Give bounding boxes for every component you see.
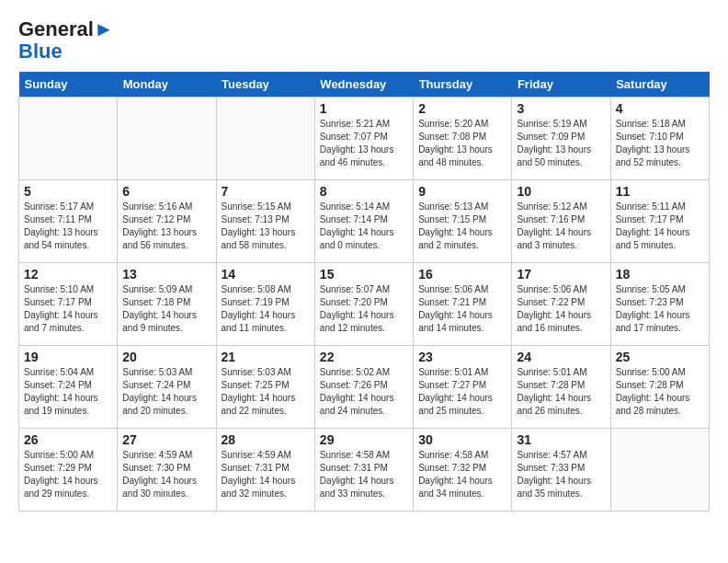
weekday-header: Thursday: [414, 72, 512, 98]
calendar-cell: 29Sunrise: 4:58 AM Sunset: 7:31 PM Dayli…: [314, 429, 413, 511]
day-number: 18: [616, 267, 704, 282]
day-info: Sunrise: 5:11 AM Sunset: 7:17 PM Dayligh…: [616, 201, 704, 252]
weekday-header: Monday: [118, 72, 216, 98]
day-info: Sunrise: 4:57 AM Sunset: 7:33 PM Dayligh…: [517, 449, 605, 500]
calendar-cell: 9Sunrise: 5:13 AM Sunset: 7:15 PM Daylig…: [414, 180, 512, 263]
day-info: Sunrise: 5:01 AM Sunset: 7:28 PM Dayligh…: [517, 366, 605, 418]
day-info: Sunrise: 5:18 AM Sunset: 7:10 PM Dayligh…: [616, 118, 704, 169]
calendar-cell: 12Sunrise: 5:10 AM Sunset: 7:17 PM Dayli…: [19, 263, 118, 346]
calendar-cell: 28Sunrise: 4:59 AM Sunset: 7:31 PM Dayli…: [216, 429, 314, 511]
day-number: 10: [517, 184, 605, 199]
calendar-cell: 30Sunrise: 4:58 AM Sunset: 7:32 PM Dayli…: [414, 429, 512, 511]
day-number: 25: [616, 350, 704, 364]
calendar-week-row: 5Sunrise: 5:17 AM Sunset: 7:11 PM Daylig…: [19, 180, 710, 263]
day-number: 9: [418, 184, 506, 199]
day-info: Sunrise: 5:10 AM Sunset: 7:17 PM Dayligh…: [24, 283, 112, 335]
calendar-cell: [118, 98, 216, 180]
day-number: 15: [320, 267, 408, 282]
day-number: 3: [517, 101, 605, 116]
calendar-cell: 17Sunrise: 5:06 AM Sunset: 7:22 PM Dayli…: [512, 263, 610, 346]
day-info: Sunrise: 4:59 AM Sunset: 7:31 PM Dayligh…: [222, 449, 310, 500]
logo-text: General►: [18, 18, 114, 40]
day-info: Sunrise: 5:12 AM Sunset: 7:16 PM Dayligh…: [517, 201, 605, 252]
calendar-cell: 4Sunrise: 5:18 AM Sunset: 7:10 PM Daylig…: [610, 98, 709, 180]
calendar-cell: 13Sunrise: 5:09 AM Sunset: 7:18 PM Dayli…: [118, 263, 216, 346]
calendar-cell: 21Sunrise: 5:03 AM Sunset: 7:25 PM Dayli…: [216, 346, 314, 429]
day-number: 12: [24, 267, 112, 282]
calendar-cell: 16Sunrise: 5:06 AM Sunset: 7:21 PM Dayli…: [414, 263, 512, 346]
day-info: Sunrise: 4:58 AM Sunset: 7:32 PM Dayligh…: [418, 449, 506, 500]
day-number: 29: [320, 432, 408, 447]
day-number: 4: [616, 101, 704, 116]
weekday-header: Friday: [512, 72, 610, 98]
calendar-cell: 31Sunrise: 4:57 AM Sunset: 7:33 PM Dayli…: [512, 429, 610, 511]
day-number: 20: [122, 350, 210, 364]
calendar-week-row: 1Sunrise: 5:21 AM Sunset: 7:07 PM Daylig…: [19, 98, 710, 180]
day-info: Sunrise: 5:17 AM Sunset: 7:11 PM Dayligh…: [24, 201, 112, 252]
day-info: Sunrise: 5:03 AM Sunset: 7:25 PM Dayligh…: [222, 366, 310, 418]
calendar-cell: 11Sunrise: 5:11 AM Sunset: 7:17 PM Dayli…: [610, 180, 709, 263]
day-info: Sunrise: 5:20 AM Sunset: 7:08 PM Dayligh…: [418, 118, 506, 169]
calendar-body: 1Sunrise: 5:21 AM Sunset: 7:07 PM Daylig…: [19, 98, 710, 511]
day-number: 30: [418, 432, 506, 447]
day-info: Sunrise: 5:06 AM Sunset: 7:22 PM Dayligh…: [517, 283, 605, 335]
calendar-cell: 26Sunrise: 5:00 AM Sunset: 7:29 PM Dayli…: [19, 429, 118, 511]
calendar-cell: 7Sunrise: 5:15 AM Sunset: 7:13 PM Daylig…: [216, 180, 314, 263]
calendar-cell: 3Sunrise: 5:19 AM Sunset: 7:09 PM Daylig…: [512, 98, 610, 180]
day-number: 19: [24, 350, 112, 364]
day-number: 24: [517, 350, 605, 364]
day-number: 22: [320, 350, 408, 364]
day-info: Sunrise: 5:05 AM Sunset: 7:23 PM Dayligh…: [616, 283, 704, 335]
calendar-cell: 23Sunrise: 5:01 AM Sunset: 7:27 PM Dayli…: [414, 346, 512, 429]
calendar-cell: 1Sunrise: 5:21 AM Sunset: 7:07 PM Daylig…: [314, 98, 413, 180]
logo: General► Blue: [18, 18, 114, 63]
day-number: 2: [418, 101, 506, 116]
weekday-header: Sunday: [19, 72, 118, 98]
day-info: Sunrise: 5:13 AM Sunset: 7:15 PM Dayligh…: [418, 201, 506, 252]
day-number: 5: [24, 184, 112, 199]
calendar-week-row: 12Sunrise: 5:10 AM Sunset: 7:17 PM Dayli…: [19, 263, 710, 346]
day-number: 17: [517, 267, 605, 282]
calendar-cell: [610, 429, 709, 511]
calendar-cell: 14Sunrise: 5:08 AM Sunset: 7:19 PM Dayli…: [216, 263, 314, 346]
calendar-cell: 8Sunrise: 5:14 AM Sunset: 7:14 PM Daylig…: [314, 180, 413, 263]
logo-text-blue: Blue: [18, 40, 114, 63]
calendar-cell: 20Sunrise: 5:03 AM Sunset: 7:24 PM Dayli…: [118, 346, 216, 429]
calendar-week-row: 19Sunrise: 5:04 AM Sunset: 7:24 PM Dayli…: [19, 346, 710, 429]
page-header: General► Blue: [18, 18, 710, 63]
day-number: 16: [418, 267, 506, 282]
day-number: 13: [122, 267, 210, 282]
calendar-cell: 2Sunrise: 5:20 AM Sunset: 7:08 PM Daylig…: [414, 98, 512, 180]
day-number: 21: [222, 350, 310, 364]
day-number: 26: [24, 432, 112, 447]
day-info: Sunrise: 5:09 AM Sunset: 7:18 PM Dayligh…: [122, 283, 210, 335]
day-info: Sunrise: 5:16 AM Sunset: 7:12 PM Dayligh…: [122, 201, 210, 252]
calendar-cell: 22Sunrise: 5:02 AM Sunset: 7:26 PM Dayli…: [314, 346, 413, 429]
day-info: Sunrise: 5:21 AM Sunset: 7:07 PM Dayligh…: [320, 118, 408, 169]
calendar-cell: 15Sunrise: 5:07 AM Sunset: 7:20 PM Dayli…: [314, 263, 413, 346]
day-info: Sunrise: 5:19 AM Sunset: 7:09 PM Dayligh…: [517, 118, 605, 169]
weekday-header: Wednesday: [314, 72, 413, 98]
day-info: Sunrise: 5:14 AM Sunset: 7:14 PM Dayligh…: [320, 201, 408, 252]
weekday-header: Tuesday: [216, 72, 314, 98]
day-number: 1: [320, 101, 408, 116]
day-number: 7: [222, 184, 310, 199]
day-number: 23: [418, 350, 506, 364]
day-info: Sunrise: 5:08 AM Sunset: 7:19 PM Dayligh…: [222, 283, 310, 335]
weekday-header: Saturday: [610, 72, 709, 98]
day-number: 11: [616, 184, 704, 199]
calendar-week-row: 26Sunrise: 5:00 AM Sunset: 7:29 PM Dayli…: [19, 429, 710, 511]
calendar-cell: 19Sunrise: 5:04 AM Sunset: 7:24 PM Dayli…: [19, 346, 118, 429]
calendar-cell: 6Sunrise: 5:16 AM Sunset: 7:12 PM Daylig…: [118, 180, 216, 263]
day-info: Sunrise: 4:59 AM Sunset: 7:30 PM Dayligh…: [122, 449, 210, 500]
calendar-cell: 10Sunrise: 5:12 AM Sunset: 7:16 PM Dayli…: [512, 180, 610, 263]
calendar-cell: [19, 98, 118, 180]
day-info: Sunrise: 5:06 AM Sunset: 7:21 PM Dayligh…: [418, 283, 506, 335]
day-number: 8: [320, 184, 408, 199]
day-info: Sunrise: 5:03 AM Sunset: 7:24 PM Dayligh…: [122, 366, 210, 418]
day-info: Sunrise: 5:15 AM Sunset: 7:13 PM Dayligh…: [222, 201, 310, 252]
calendar-cell: [216, 98, 314, 180]
day-info: Sunrise: 5:02 AM Sunset: 7:26 PM Dayligh…: [320, 366, 408, 418]
day-info: Sunrise: 5:00 AM Sunset: 7:29 PM Dayligh…: [24, 449, 112, 500]
day-number: 14: [222, 267, 310, 282]
